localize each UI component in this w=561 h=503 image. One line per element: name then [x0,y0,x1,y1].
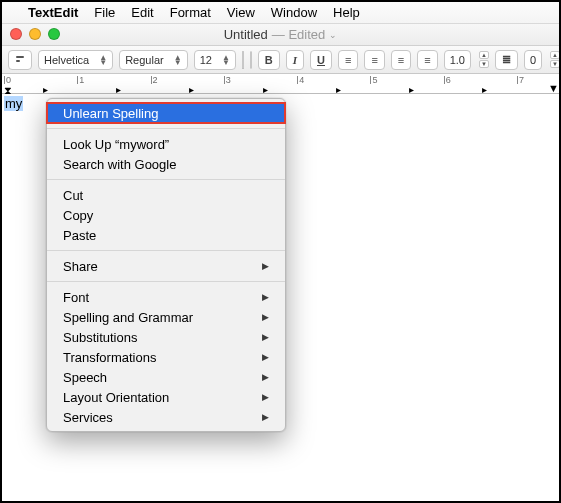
app-menu[interactable]: TextEdit [28,5,78,20]
context-menu-item-label: Substitutions [63,330,137,345]
align-center-button[interactable]: ≡ [364,50,384,70]
bold-label: B [265,54,273,66]
close-window-button[interactable] [10,28,22,40]
context-menu-item-label: Look Up “myword” [63,137,169,152]
title-dropdown-icon[interactable]: ⌄ [329,30,337,40]
right-margin-marker-icon[interactable]: ▼ [548,82,559,94]
ruler-tick [4,76,5,84]
context-menu-item[interactable]: Transformations [47,347,285,367]
ruler-tick [517,76,518,84]
ruler-tick [151,76,152,84]
ruler-tick [370,76,371,84]
window-titlebar: Untitled — Edited ⌄ [2,24,559,46]
italic-button[interactable]: I [286,50,304,70]
context-menu-item[interactable]: Share [47,256,285,276]
context-menu-item[interactable]: Copy [47,205,285,225]
context-menu-item[interactable]: Spelling and Grammar [47,307,285,327]
selected-text[interactable]: my [4,96,23,111]
context-menu-item-label: Paste [63,228,96,243]
align-left-button[interactable]: ≡ [338,50,358,70]
menu-window[interactable]: Window [271,5,317,20]
context-menu-item[interactable]: Substitutions [47,327,285,347]
ruler-number: 7 [519,75,524,85]
context-menu-item[interactable]: Services [47,407,285,427]
align-right-button[interactable]: ≡ [391,50,411,70]
ruler-number: 5 [372,75,377,85]
line-spacing-field[interactable]: 1.0 [444,50,471,70]
context-menu-item-label: Spelling and Grammar [63,310,193,325]
paragraph-icon [15,53,25,67]
font-family-select[interactable]: Helvetica ▲▼ [38,50,113,70]
context-menu-item[interactable]: Search with Google [47,154,285,174]
text-color-swatch[interactable] [242,51,244,69]
chevrons-icon: ▲▼ [99,55,107,65]
align-justify-button[interactable]: ≡ [417,50,437,70]
context-menu-item-label: Font [63,290,89,305]
zoom-window-button[interactable] [48,28,60,40]
context-menu-item[interactable]: Speech [47,367,285,387]
line-spacing-stepper[interactable]: ▲▼ [479,51,489,68]
font-style-select[interactable]: Regular ▲▼ [119,50,187,70]
context-menu-item-label: Unlearn Spelling [63,106,158,121]
context-menu-item[interactable]: Paste [47,225,285,245]
list-level-value: 0 [530,54,536,66]
font-size-select[interactable]: 12 ▲▼ [194,50,236,70]
title-text: Untitled [224,27,268,42]
paragraph-styles-button[interactable] [8,50,32,70]
ruler-number: 3 [226,75,231,85]
context-menu-separator [47,179,285,180]
list-level-field[interactable]: 0 [524,50,542,70]
context-menu-item-label: Speech [63,370,107,385]
context-menu-item-label: Share [63,259,98,274]
document-title[interactable]: Untitled — Edited ⌄ [224,27,338,42]
ruler-number: 2 [153,75,158,85]
menu-edit[interactable]: Edit [131,5,153,20]
ruler-tick [77,76,78,84]
list-level-stepper[interactable]: ▲▼ [550,51,560,68]
ruler-tick [297,76,298,84]
underline-button[interactable]: U [310,50,332,70]
title-edited-indicator: — Edited [272,27,325,42]
context-menu-separator [47,128,285,129]
italic-label: I [293,54,297,66]
format-toolbar: Helvetica ▲▼ Regular ▲▼ 12 ▲▼ B I U ≡ ≡ … [2,46,559,74]
context-menu-item[interactable]: Cut [47,185,285,205]
context-menu-item-label: Copy [63,208,93,223]
context-menu: Unlearn SpellingLook Up “myword”Search w… [46,98,286,432]
ruler-number: 1 [79,75,84,85]
context-menu-item[interactable]: Layout Orientation [47,387,285,407]
document-area[interactable]: my Unlearn SpellingLook Up “myword”Searc… [2,94,559,501]
font-family-value: Helvetica [44,54,89,66]
underline-label: U [317,54,325,66]
menu-file[interactable]: File [94,5,115,20]
chevrons-icon: ▲▼ [222,55,230,65]
highlight-color-swatch[interactable] [250,51,252,69]
ruler[interactable]: ⧗ ▼ 01▸2▸3▸4▸5▸6▸7▸ [2,74,559,94]
font-style-value: Regular [125,54,164,66]
context-menu-item[interactable]: Font [47,287,285,307]
bold-button[interactable]: B [258,50,280,70]
context-menu-item[interactable]: Unlearn Spelling [47,103,285,123]
chevrons-icon: ▲▼ [174,55,182,65]
context-menu-separator [47,250,285,251]
menu-format[interactable]: Format [170,5,211,20]
system-menubar: TextEdit File Edit Format View Window He… [2,2,559,24]
menu-view[interactable]: View [227,5,255,20]
ruler-tick [224,76,225,84]
ruler-number: 6 [446,75,451,85]
menu-help[interactable]: Help [333,5,360,20]
context-menu-item-label: Transformations [63,350,156,365]
minimize-window-button[interactable] [29,28,41,40]
ruler-tick [444,76,445,84]
list-style-button[interactable]: ≣ [495,50,518,70]
context-menu-separator [47,281,285,282]
context-menu-item-label: Search with Google [63,157,176,172]
ruler-number: 4 [299,75,304,85]
context-menu-item-label: Layout Orientation [63,390,169,405]
font-size-value: 12 [200,54,212,66]
ruler-number: 0 [6,75,11,85]
spacing-value: 1.0 [450,54,465,66]
context-menu-item[interactable]: Look Up “myword” [47,134,285,154]
context-menu-item-label: Cut [63,188,83,203]
context-menu-item-label: Services [63,410,113,425]
